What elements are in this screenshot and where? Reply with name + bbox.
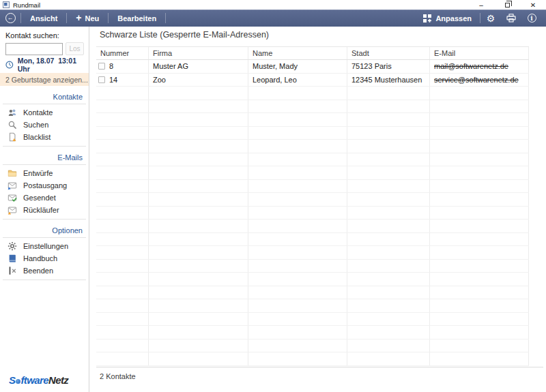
date-time-text: Mon, 18.07 13:01 Uhr xyxy=(18,57,89,73)
cell-nummer: 8 xyxy=(96,60,149,73)
empty-table-row xyxy=(96,153,529,167)
sidebar-item-handbuch[interactable]: Handbuch xyxy=(0,252,89,265)
status-divider xyxy=(96,367,543,367)
manual-icon xyxy=(8,254,17,263)
settings-icon xyxy=(8,241,17,251)
empty-table-row xyxy=(96,166,529,180)
page-title: Schwarze Liste (Gesperrte E-Mail-Adresse… xyxy=(100,30,269,40)
drafts-icon xyxy=(8,168,17,178)
tiles-icon xyxy=(423,14,431,22)
contacts-icon xyxy=(8,108,17,117)
search-icon xyxy=(8,120,17,130)
logo-dot xyxy=(16,379,20,384)
toolbar-separator xyxy=(165,13,166,23)
section-header-kontakte: Kontakte xyxy=(0,93,89,101)
app-icon xyxy=(3,1,10,8)
empty-table-row xyxy=(96,340,529,353)
toolbar-button-neu[interactable]: + Neu xyxy=(67,10,108,27)
toolbar-button-ansicht[interactable]: Ansicht xyxy=(21,10,66,27)
sidebar-item-kontakte[interactable]: Kontakte xyxy=(0,106,89,119)
gear-icon: ⚙ xyxy=(487,14,495,23)
toolbar-right-group: Anpassen ⚙ i xyxy=(415,13,546,23)
back-button[interactable]: ← xyxy=(0,13,20,23)
restore-icon xyxy=(505,3,510,7)
row-checkbox[interactable] xyxy=(98,76,105,83)
row-checkbox[interactable] xyxy=(98,63,105,70)
print-button[interactable] xyxy=(501,14,521,22)
main-area: Schwarze Liste (Gesperrte E-Mail-Adresse… xyxy=(89,27,546,392)
toolbar-button-bearbeiten[interactable]: Bearbeiten xyxy=(109,10,165,27)
window-controls: – ✕ xyxy=(468,0,546,10)
column-header-email[interactable]: E-Mail xyxy=(430,47,529,59)
empty-table-row xyxy=(96,313,529,327)
printer-icon xyxy=(506,14,516,22)
section-header-optionen: Optionen xyxy=(0,226,89,235)
empty-table-row xyxy=(96,140,529,153)
sidebar-item-entwuerfe[interactable]: Entwürfe xyxy=(0,167,89,179)
empty-table-row xyxy=(96,299,529,313)
table-row[interactable]: 8Muster AGMuster, Mady75123 Parismail@so… xyxy=(96,60,529,74)
sidebar-item-beenden[interactable]: Beenden xyxy=(0,265,89,277)
empty-table-row xyxy=(96,233,529,247)
empty-table-row xyxy=(96,113,529,127)
softwarenetz-logo: SftwareNetz xyxy=(9,374,68,386)
cell-name: Leopard, Leo xyxy=(248,74,347,87)
minimize-button[interactable]: – xyxy=(468,0,494,10)
sent-icon xyxy=(8,193,17,202)
column-header-stadt[interactable]: Stadt xyxy=(347,47,430,59)
anpassen-button[interactable]: Anpassen xyxy=(415,14,480,22)
section-header-emails: E-Mails xyxy=(0,153,89,162)
table-header-row: Nummer Firma Name Stadt E-Mail xyxy=(96,46,529,60)
sidebar-divider xyxy=(3,219,86,220)
bounce-icon xyxy=(8,205,17,215)
sidebar-divider xyxy=(3,104,86,104)
cell-nummer: 14 xyxy=(96,74,149,87)
sidebar-item-blacklist[interactable]: Blacklist xyxy=(0,131,89,143)
clock-icon xyxy=(5,61,14,69)
sidebar-divider xyxy=(3,164,86,165)
contact-search-row: Los xyxy=(5,42,89,55)
title-bar: Rundmail – ✕ xyxy=(0,0,546,10)
sidebar-item-einstellungen[interactable]: Einstellungen xyxy=(0,240,89,252)
cell-stadt: 12345 Musterhausen xyxy=(347,74,430,87)
column-header-name[interactable]: Name xyxy=(248,47,347,59)
search-go-button[interactable]: Los xyxy=(66,42,84,55)
close-button[interactable]: ✕ xyxy=(520,0,546,10)
table-row[interactable]: 14ZooLeopard, Leo12345 Musterhausenservi… xyxy=(96,74,529,87)
restore-button[interactable] xyxy=(494,0,520,10)
blacklist-table: Nummer Firma Name Stadt E-Mail 8Muster A… xyxy=(96,46,529,366)
empty-table-row xyxy=(96,220,529,233)
info-icon: i xyxy=(528,14,536,22)
cell-email: service@softwarenetz.de xyxy=(430,74,529,87)
column-header-nummer[interactable]: Nummer xyxy=(96,47,149,59)
app-window: Rundmail – ✕ ← Ansicht + Neu Bearbeiten … xyxy=(0,0,546,392)
info-button[interactable]: i xyxy=(521,14,542,22)
sidebar: Kontakt suchen: Los Mon, 18.07 13:01 Uhr… xyxy=(0,27,89,392)
contact-search-input[interactable] xyxy=(5,43,63,55)
exit-icon xyxy=(8,266,17,275)
empty-table-row xyxy=(96,193,529,207)
sidebar-divider xyxy=(3,237,86,238)
table-body: 8Muster AGMuster, Mady75123 Parismail@so… xyxy=(96,60,529,366)
empty-table-row xyxy=(96,87,529,100)
empty-table-row xyxy=(96,180,529,194)
cell-firma: Muster AG xyxy=(149,60,248,73)
empty-table-row xyxy=(96,260,529,273)
empty-table-row xyxy=(96,352,529,366)
sidebar-item-suchen[interactable]: Suchen xyxy=(0,119,89,131)
outbox-icon xyxy=(8,181,17,190)
column-header-firma[interactable]: Firma xyxy=(149,47,248,59)
sidebar-item-postausgang[interactable]: Postausgang xyxy=(0,179,89,192)
empty-table-row xyxy=(96,127,529,140)
birthday-banner[interactable]: 2 Geburtstage anzeigen... xyxy=(0,73,89,86)
cell-stadt: 75123 Paris xyxy=(347,60,430,73)
sidebar-item-gesendet[interactable]: Gesendet xyxy=(0,192,89,204)
window-title: Rundmail xyxy=(13,1,40,9)
status-text: 2 Kontakte xyxy=(100,372,136,380)
settings-toolbar-button[interactable]: ⚙ xyxy=(480,14,501,23)
toolbar: ← Ansicht + Neu Bearbeiten Anpassen ⚙ xyxy=(0,10,546,27)
sidebar-item-ruecklaeufer[interactable]: Rückläufer xyxy=(0,204,89,216)
cell-name: Muster, Mady xyxy=(248,60,347,73)
empty-table-row xyxy=(96,326,529,340)
empty-table-row xyxy=(96,246,529,260)
